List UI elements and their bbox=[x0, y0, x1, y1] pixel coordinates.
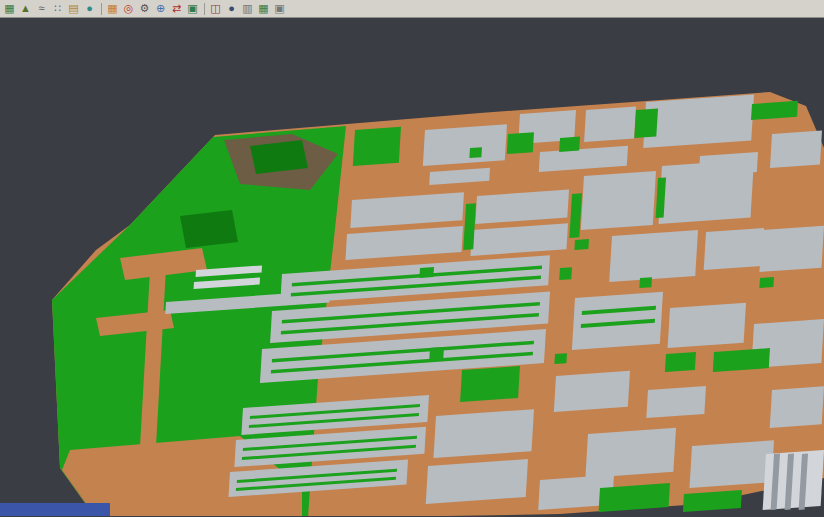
block-roof bbox=[704, 228, 764, 270]
block-roof bbox=[646, 386, 706, 418]
block-roof bbox=[609, 230, 698, 282]
measure-icon[interactable]: ◫ bbox=[208, 1, 223, 16]
block-roof bbox=[689, 440, 774, 488]
info-icon[interactable]: ▣ bbox=[272, 1, 287, 16]
sync-views-icon[interactable]: ⇄ bbox=[169, 1, 184, 16]
web-export-icon[interactable]: ● bbox=[224, 1, 239, 16]
taskbar-fragment[interactable] bbox=[0, 503, 110, 516]
tree-patch bbox=[599, 483, 670, 512]
classification-icon[interactable]: ◎ bbox=[121, 1, 136, 16]
globe-icon[interactable]: ● bbox=[82, 1, 97, 16]
block-roof bbox=[581, 171, 656, 230]
block-roof bbox=[770, 386, 824, 428]
report-icon[interactable]: ▥ bbox=[240, 1, 255, 16]
tree-dot bbox=[639, 277, 652, 288]
dem-icon[interactable]: ▤ bbox=[66, 1, 81, 16]
tree-patch bbox=[713, 348, 770, 372]
tree-dot bbox=[554, 353, 567, 364]
tree-dot bbox=[559, 267, 572, 280]
grove-dark bbox=[180, 210, 238, 248]
block-roof bbox=[668, 303, 746, 348]
point-cloud-icon[interactable]: ∷ bbox=[50, 1, 65, 16]
block-roof bbox=[433, 409, 534, 458]
tree-patch bbox=[559, 137, 580, 152]
settings-gear-icon[interactable]: ⚙ bbox=[137, 1, 152, 16]
contour-icon[interactable]: ≈ bbox=[34, 1, 49, 16]
scene-svg[interactable] bbox=[0, 18, 824, 516]
application-window: ▦▲≈∷▤●▦◎⚙⊕⇄▣◫●▥▦▣ bbox=[0, 0, 824, 517]
tree-patch bbox=[507, 132, 534, 154]
block-roof bbox=[759, 226, 824, 272]
warehouse-roof bbox=[423, 124, 507, 166]
tree-dot bbox=[469, 147, 482, 158]
tree-patch bbox=[460, 366, 520, 402]
zoom-extents-icon[interactable]: ⊕ bbox=[153, 1, 168, 16]
tree-dot bbox=[429, 347, 444, 360]
tree-patch bbox=[665, 352, 696, 372]
tree-dot bbox=[574, 239, 589, 250]
viewport-3d[interactable] bbox=[0, 18, 824, 516]
warehouse-roof bbox=[770, 131, 822, 169]
block-roof bbox=[659, 160, 754, 224]
table-icon[interactable]: ▦ bbox=[256, 1, 271, 16]
tree-patch bbox=[751, 101, 798, 120]
warehouse-roof bbox=[584, 107, 636, 143]
compare-icon[interactable]: ▣ bbox=[185, 1, 200, 16]
block-roof bbox=[585, 428, 676, 478]
warehouse-roof bbox=[643, 94, 754, 148]
toolbar-separator bbox=[204, 3, 205, 15]
toolbar: ▦▲≈∷▤●▦◎⚙⊕⇄▣◫●▥▦▣ bbox=[0, 0, 824, 18]
tree-dot bbox=[419, 267, 434, 278]
grid-layer-icon[interactable]: ▦ bbox=[2, 1, 17, 16]
toolbar-separator bbox=[101, 3, 102, 15]
tree-patch bbox=[634, 108, 658, 138]
grove-dark bbox=[250, 140, 308, 174]
orthophoto-icon[interactable]: ▦ bbox=[105, 1, 120, 16]
tree-dot bbox=[759, 277, 774, 288]
terrain-icon[interactable]: ▲ bbox=[18, 1, 33, 16]
block-roof bbox=[426, 459, 528, 504]
tree-patch bbox=[353, 127, 401, 166]
block-roof bbox=[554, 371, 630, 412]
